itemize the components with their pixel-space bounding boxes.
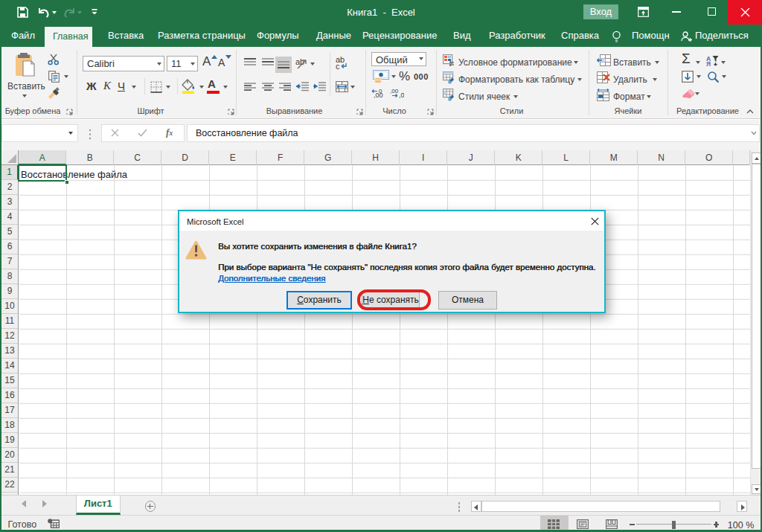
svg-text:,00: ,00 bbox=[390, 89, 399, 94]
svg-text:,0: ,0 bbox=[399, 92, 404, 98]
svg-text:ab: ab bbox=[295, 57, 304, 66]
svg-text:c: c bbox=[336, 62, 340, 70]
svg-text:0: 0 bbox=[379, 89, 382, 94]
svg-text:Я: Я bbox=[706, 60, 711, 66]
